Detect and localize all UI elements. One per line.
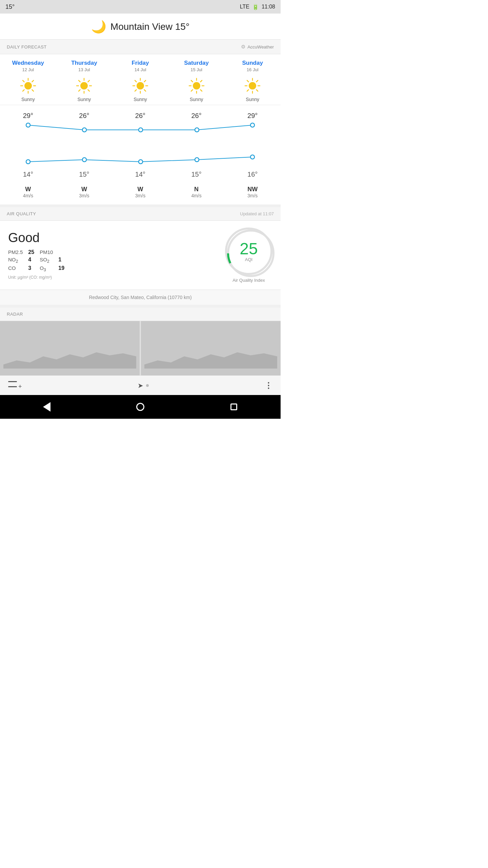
pm10-label: PM10 bbox=[40, 249, 53, 255]
air-quality-stats: PM2.5 25 PM10 NO2 4 SO2 1 CO 3 O3 19 bbox=[8, 249, 64, 272]
radar-section-header: RADAR bbox=[0, 308, 281, 321]
sun-icon-3 bbox=[188, 77, 205, 95]
svg-line-14 bbox=[79, 80, 80, 82]
svg-line-17 bbox=[79, 90, 80, 92]
svg-point-47 bbox=[139, 128, 143, 132]
co-label: CO bbox=[8, 265, 23, 271]
air-quality-section-header: AIR QUALITY Updated at 11:07 bbox=[0, 207, 281, 221]
home-circle-icon bbox=[136, 403, 144, 411]
home-button[interactable] bbox=[132, 398, 149, 415]
air-quality-updated: Updated at 11:07 bbox=[240, 211, 274, 216]
radar-content[interactable] bbox=[0, 321, 281, 375]
o3-value: 19 bbox=[58, 265, 64, 271]
svg-line-24 bbox=[144, 90, 146, 92]
recents-square-icon bbox=[230, 403, 237, 410]
location-title: Mountain View 15° bbox=[110, 21, 189, 32]
back-button[interactable] bbox=[38, 398, 55, 415]
day-date-1: 13 Jul bbox=[78, 67, 90, 72]
svg-point-55 bbox=[228, 231, 273, 276]
low-temp-chart bbox=[0, 154, 281, 168]
day-name-2: Friday bbox=[131, 60, 149, 66]
so2-label: SO2 bbox=[40, 257, 53, 264]
so2-value: 1 bbox=[58, 257, 64, 263]
radar-panel-left[interactable] bbox=[0, 321, 140, 375]
recents-button[interactable] bbox=[225, 398, 242, 415]
forecast-col-thu[interactable]: Thursday 13 Jul Sun bbox=[56, 54, 113, 105]
moon-icon: 🌙 bbox=[91, 20, 106, 34]
svg-line-16 bbox=[88, 80, 90, 82]
svg-point-54 bbox=[250, 155, 255, 159]
weather-desc-2: Sunny bbox=[134, 97, 147, 102]
nav-dot bbox=[146, 384, 149, 387]
low-temp-row: 14° 15° 14° 15° 16° bbox=[0, 169, 281, 178]
more-options-button[interactable]: ⋮ bbox=[264, 381, 272, 390]
forecast-section: Wednesday 12 Jul Su bbox=[0, 54, 281, 207]
wind-col-2: W 3m/s bbox=[112, 186, 168, 198]
toolbar-center: ➤ bbox=[138, 381, 149, 390]
accuweather-logo: ⚙ AccuWeather bbox=[241, 44, 274, 50]
weather-desc-3: Sunny bbox=[190, 97, 203, 102]
o3-label: O3 bbox=[40, 265, 53, 272]
back-arrow-icon bbox=[43, 402, 50, 412]
radar-panel-right[interactable] bbox=[140, 321, 281, 375]
svg-line-7 bbox=[32, 80, 34, 82]
wind-section: W 4m/s W 3m/s W 3m/s N 4m/s NW 3m/s bbox=[0, 182, 281, 207]
low-temp-1: 15° bbox=[56, 169, 113, 178]
svg-line-6 bbox=[32, 90, 34, 92]
svg-line-25 bbox=[144, 80, 146, 82]
sun-icon-4 bbox=[244, 77, 261, 95]
high-temp-row: 29° 26° 26° 26° 29° bbox=[0, 112, 281, 122]
svg-point-18 bbox=[137, 82, 144, 90]
high-temp-3: 26° bbox=[168, 112, 225, 122]
svg-line-8 bbox=[23, 90, 24, 92]
forecast-col-wed[interactable]: Wednesday 12 Jul Su bbox=[0, 54, 56, 105]
svg-line-43 bbox=[257, 80, 258, 82]
high-temp-chart bbox=[0, 122, 281, 136]
svg-point-49 bbox=[250, 123, 255, 127]
svg-line-32 bbox=[191, 80, 193, 82]
svg-point-46 bbox=[82, 128, 86, 132]
map-shape-right bbox=[144, 348, 277, 369]
svg-point-51 bbox=[82, 158, 86, 162]
sun-icon-1 bbox=[75, 77, 93, 95]
low-temp-0: 14° bbox=[0, 169, 56, 178]
location-arrow-icon[interactable]: ➤ bbox=[138, 381, 143, 390]
wind-dir-0: W bbox=[0, 186, 56, 193]
high-temp-4: 29° bbox=[224, 112, 281, 122]
high-temp-section: 29° 26° 26° 26° 29° bbox=[0, 105, 281, 182]
bottom-toolbar: + ➤ ⋮ bbox=[0, 375, 281, 395]
forecast-col-fri[interactable]: Friday 14 Jul Sunny bbox=[112, 54, 168, 105]
menu-button[interactable]: + bbox=[8, 381, 22, 390]
svg-point-9 bbox=[80, 82, 88, 90]
svg-line-5 bbox=[23, 80, 24, 82]
air-quality-content: Good PM2.5 25 PM10 NO2 4 SO2 1 CO 3 O3 1… bbox=[0, 221, 281, 290]
svg-line-23 bbox=[135, 80, 137, 82]
location-row: Redwood City, San Mateo, California (107… bbox=[0, 290, 281, 308]
day-name-3: Saturday bbox=[184, 60, 209, 66]
weather-desc-4: Sunny bbox=[246, 97, 259, 102]
svg-line-26 bbox=[135, 90, 137, 92]
day-date-4: 16 Jul bbox=[247, 67, 259, 72]
svg-line-15 bbox=[88, 90, 90, 92]
wind-speed-1: 3m/s bbox=[56, 193, 113, 198]
radar-label: RADAR bbox=[7, 312, 23, 317]
pm25-value: 25 bbox=[28, 249, 34, 255]
battery-icon: 🔋 bbox=[252, 4, 259, 10]
svg-line-41 bbox=[247, 80, 249, 82]
wind-speed-2: 3m/s bbox=[112, 193, 168, 198]
svg-line-33 bbox=[200, 90, 202, 92]
wind-col-4: NW 3m/s bbox=[224, 186, 281, 198]
no2-label: NO2 bbox=[8, 257, 23, 264]
co-value: 3 bbox=[28, 265, 34, 271]
forecast-col-sun[interactable]: Sunday 16 Jul Sunny bbox=[224, 54, 281, 105]
day-name-1: Thursday bbox=[71, 60, 97, 66]
wind-dir-4: NW bbox=[224, 186, 281, 193]
svg-point-48 bbox=[195, 128, 199, 132]
wind-speed-4: 3m/s bbox=[224, 193, 281, 198]
status-bar: 15° LTE 🔋 11:08 bbox=[0, 0, 281, 14]
forecast-col-sat[interactable]: Saturday 15 Jul Sun bbox=[168, 54, 225, 105]
wind-speed-0: 4m/s bbox=[0, 193, 56, 198]
svg-line-42 bbox=[257, 90, 258, 92]
battery-level: 15° bbox=[5, 3, 15, 11]
air-unit: Unit: µg/m³ (CO: mg/m³) bbox=[8, 275, 64, 280]
